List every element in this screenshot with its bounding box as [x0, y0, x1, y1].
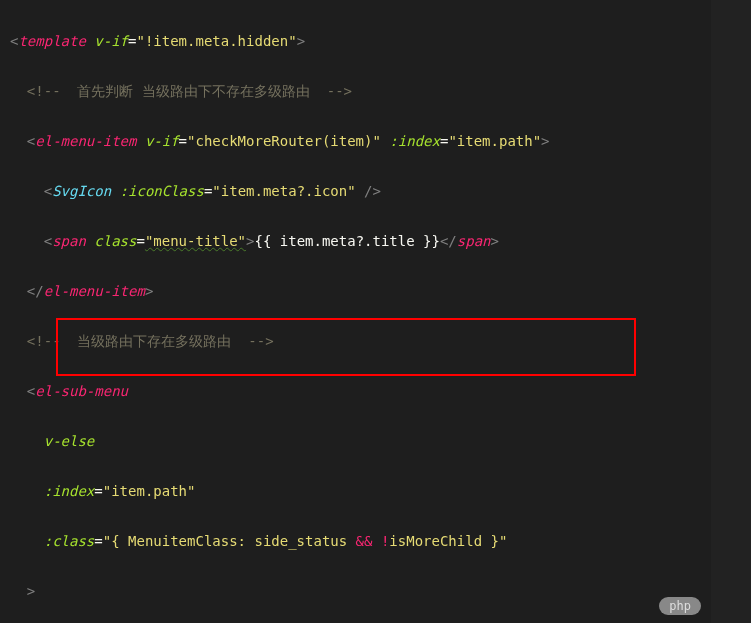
code-line: </el-menu-item> — [10, 279, 751, 304]
watermark-badge: php — [659, 597, 701, 615]
code-line: <el-menu-item v-if="checkMoreRouter(item… — [10, 129, 751, 154]
code-line: <el-sub-menu — [10, 379, 751, 404]
code-line: :class="{ MenuitemClass: side_status && … — [10, 529, 751, 554]
code-editor[interactable]: <template v-if="!item.meta.hidden"> <!--… — [0, 0, 751, 623]
code-line: <SvgIcon :iconClass="item.meta?.icon" /> — [10, 179, 751, 204]
code-line: <!-- 当级路由下存在多级路由 --> — [10, 329, 751, 354]
minimap[interactable] — [711, 0, 751, 623]
code-line: <!-- 首先判断 当级路由下不存在多级路由 --> — [10, 79, 751, 104]
code-line: <template v-if="!item.meta.hidden"> — [10, 29, 751, 54]
code-line: <span class="menu-title">{{ item.meta?.t… — [10, 229, 751, 254]
code-line: > — [10, 579, 751, 604]
code-line: v-else — [10, 429, 751, 454]
code-line: :index="item.path" — [10, 479, 751, 504]
